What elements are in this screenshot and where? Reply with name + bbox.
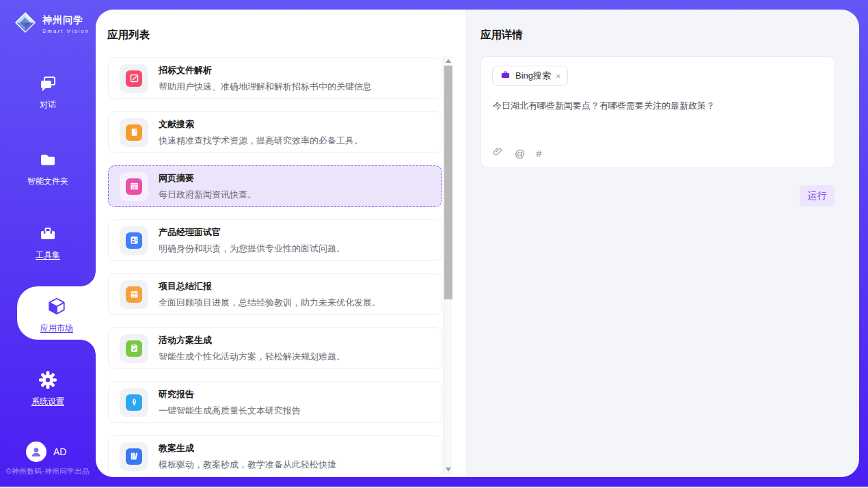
sidebar-item-label: 智能文件夹: [0, 176, 96, 187]
app-card-literature-search[interactable]: 文献搜索 快速精准查找学术资源，提高研究效率的必备工具。: [108, 111, 442, 153]
sidebar-item-label: 应用市场: [17, 323, 96, 334]
app-card-desc: 智能生成个性化活动方案，轻松解决规划难题。: [159, 351, 345, 363]
book-icon: [120, 118, 148, 147]
app-card-lesson-plan[interactable]: 教案生成 模板驱动，教案秒成，教学准备从此轻松快捷: [108, 435, 442, 477]
app-card-name: 活动方案生成: [159, 334, 345, 347]
diamond-logo-icon: [14, 11, 37, 37]
paperclip-icon[interactable]: [493, 146, 504, 160]
tool-tag-label: Bing搜索: [515, 70, 551, 82]
app-card-pm-interviewer[interactable]: 产品经理面试官 明确身份和职责，为您提供专业性的面试问题。: [108, 219, 442, 261]
pen-nib-icon: [120, 388, 148, 417]
chat-icon: [0, 74, 96, 96]
app-card-desc: 明确身份和职责，为您提供专业性的面试问题。: [159, 243, 345, 255]
app-detail-title: 应用详情: [480, 28, 523, 42]
brand-name: 神州问学: [42, 14, 90, 27]
sidebar-item-label: 工具集: [0, 249, 96, 261]
app-card-research-report[interactable]: 研究报告 一键智能生成高质量长文本研究报告: [108, 381, 442, 423]
brand-subtitle: Smart Vision: [42, 28, 90, 34]
app-card-name: 文献搜索: [159, 118, 363, 131]
user-account[interactable]: AD: [26, 442, 66, 462]
app-logo: 神州问学 Smart Vision: [14, 11, 90, 37]
app-card-desc: 一键智能生成高质量长文本研究报告: [159, 405, 301, 417]
app-card-desc: 全面回顾项目进展，总结经验教训，助力未来优化发展。: [159, 297, 381, 309]
app-card-desc: 快速精准查找学术资源，提高研究效率的必备工具。: [159, 135, 363, 147]
app-card-name: 网页摘要: [159, 172, 256, 185]
prompt-input[interactable]: 今日湖北有哪些新闻要点？有哪些需要关注的最新政策？: [493, 99, 824, 113]
app-card-project-summary[interactable]: 项目总结汇报 全面回顾项目进展，总结经验教训，助力未来优化发展。: [108, 273, 442, 315]
gear-icon: [0, 370, 96, 392]
sidebar-item-settings[interactable]: 系统设置: [0, 370, 96, 407]
sidebar-item-app-market[interactable]: 应用市场: [17, 286, 96, 340]
sidebar-item-label: 对话: [0, 99, 96, 111]
app-card-desc: 每日政府新闻资讯快查。: [159, 189, 256, 201]
app-card-name: 产品经理面试官: [159, 226, 345, 239]
bubble-corner-bottom: [81, 340, 96, 355]
run-button[interactable]: 运行: [800, 185, 835, 206]
app-card-name: 教案生成: [159, 442, 336, 455]
app-card-name: 研究报告: [159, 388, 301, 401]
sidebar: 神州问学 Smart Vision 对话 智能文件夹: [0, 0, 96, 488]
sidebar-item-smart-folder[interactable]: 智能文件夹: [0, 150, 96, 187]
copyright-text: ©神州数码·神州问学出品: [6, 467, 90, 476]
briefcase-icon: [500, 70, 511, 83]
sidebar-item-chat[interactable]: 对话: [0, 74, 96, 111]
clipboard-check-icon: [120, 334, 148, 363]
user-avatar-icon: [26, 442, 46, 462]
topic-hash-icon[interactable]: #: [536, 148, 541, 159]
list-scrollbar[interactable]: [443, 56, 452, 474]
app-card-event-plan[interactable]: 活动方案生成 智能生成个性化活动方案，轻松解决规划难题。: [108, 327, 442, 369]
app-card-desc: 模板驱动，教案秒成，教学准备从此轻松快捷: [159, 459, 336, 471]
toolbox-icon: [0, 224, 96, 246]
scroll-up-arrow[interactable]: [444, 56, 452, 66]
sidebar-item-label: 系统设置: [0, 396, 96, 407]
app-card-name: 招标文件解析: [159, 64, 372, 77]
app-card-bid-document-analysis[interactable]: 招标文件解析 帮助用户快速、准确地理解和解析招标书中的关键信息: [108, 57, 442, 99]
mention-icon[interactable]: @: [515, 148, 525, 159]
app-card-desc: 帮助用户快速、准确地理解和解析招标书中的关键信息: [159, 81, 372, 93]
app-list: 招标文件解析 帮助用户快速、准确地理解和解析招标书中的关键信息 文献搜索 快速精…: [108, 57, 442, 477]
scrollbar-thumb[interactable]: [444, 66, 452, 299]
books-icon: [120, 442, 148, 471]
app-list-title: 应用列表: [107, 28, 150, 42]
app-card-name: 项目总结汇报: [159, 280, 381, 293]
pen-square-icon: [120, 64, 148, 93]
prompt-toolbar: @ #: [493, 146, 542, 160]
folder-icon: [0, 150, 96, 172]
main-container: 应用列表 招标文件解析 帮助用户快速、准确地理解和解析招标书中的关键信息: [96, 10, 859, 477]
close-icon[interactable]: ×: [556, 72, 561, 81]
app-card-web-summary[interactable]: 网页摘要 每日政府新闻资讯快查。: [108, 165, 442, 207]
app-list-panel: 应用列表 招标文件解析 帮助用户快速、准确地理解和解析招标书中的关键信息: [96, 10, 465, 477]
calendar-icon: [120, 280, 148, 309]
scroll-down-arrow[interactable]: [444, 465, 452, 474]
sidebar-item-toolset[interactable]: 工具集: [0, 224, 96, 261]
interviewer-icon: [120, 226, 148, 255]
prompt-card: Bing搜索 × 今日湖北有哪些新闻要点？有哪些需要关注的最新政策？ @ #: [480, 56, 835, 168]
cube-icon: [17, 296, 96, 319]
bubble-corner-top: [81, 271, 96, 286]
tool-tag-bing-search[interactable]: Bing搜索 ×: [492, 66, 568, 86]
app-detail-panel: 应用详情 Bing搜索 × 今日湖北有哪些新闻要点？有哪些需要关注的最新政策？: [465, 10, 859, 477]
user-name: AD: [53, 446, 66, 457]
browser-code-icon: [120, 172, 148, 201]
